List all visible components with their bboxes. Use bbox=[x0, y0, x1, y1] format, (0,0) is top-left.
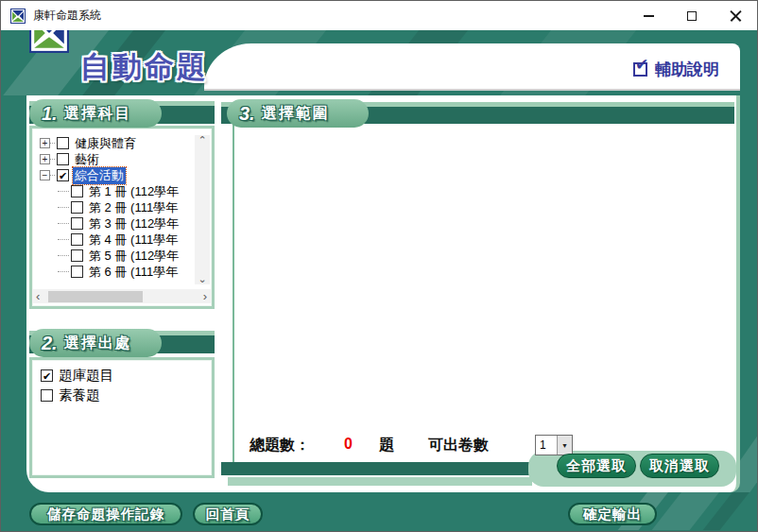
source-list: ✔ 題庫題目 素養題 bbox=[41, 366, 113, 405]
tree-guide-line bbox=[58, 191, 69, 192]
tree-checkbox[interactable] bbox=[57, 153, 69, 165]
source-item-label: 題庫題目 bbox=[59, 367, 113, 385]
tree-item-label[interactable]: 第 1 冊 (112學年 bbox=[87, 183, 181, 200]
scroll-down-icon[interactable]: ⌄ bbox=[198, 274, 206, 284]
panel2-header-tab: 2. 選擇出處 bbox=[29, 329, 162, 357]
tree-item-label[interactable]: 綜合活動 bbox=[73, 167, 126, 184]
tree-item-label[interactable]: 第 5 冊 (112學年 bbox=[87, 248, 181, 265]
header-swoosh: ✔ 輔助說明 bbox=[204, 43, 740, 91]
maximize-button[interactable] bbox=[670, 1, 714, 30]
tree-guide-line bbox=[50, 159, 55, 160]
step-number: 3. bbox=[239, 103, 255, 125]
paper-count-value: 1 bbox=[536, 436, 557, 455]
tree-row[interactable]: 第 3 冊 (112學年 bbox=[40, 215, 195, 232]
panel2-title: 選擇出處 bbox=[64, 334, 132, 353]
papers-label: 可出卷數 bbox=[428, 436, 489, 455]
total-label: 總題數： bbox=[250, 436, 310, 455]
tree-checkbox[interactable]: ✔ bbox=[57, 169, 69, 181]
tree-checkbox[interactable] bbox=[71, 217, 83, 230]
tree-item-label[interactable]: 健康與體育 bbox=[73, 135, 138, 152]
tree-checkbox[interactable] bbox=[71, 201, 83, 214]
tree-item-label[interactable]: 第 3 冊 (112學年 bbox=[87, 215, 181, 232]
save-record-button[interactable]: 儲存命題操作記錄 bbox=[29, 503, 182, 525]
panel1-header-tab: 1. 選擇科目 bbox=[29, 99, 162, 128]
expand-toggle-icon[interactable]: + bbox=[40, 138, 50, 148]
expand-toggle-icon[interactable]: − bbox=[40, 170, 50, 180]
panel3-left-border bbox=[233, 124, 234, 462]
source-row[interactable]: ✔ 題庫題目 bbox=[41, 366, 113, 386]
select-all-button[interactable]: 全部選取 bbox=[557, 454, 636, 478]
tree-guide-line bbox=[58, 207, 69, 208]
window-title: 康軒命題系統 bbox=[33, 8, 101, 24]
tree-row[interactable]: − ✔ 綜合活動 bbox=[40, 167, 195, 183]
horizontal-scrollbar-thumb[interactable] bbox=[48, 291, 143, 302]
tree-row[interactable]: 第 5 冊 (112學年 bbox=[40, 248, 195, 264]
tree-item-label[interactable]: 第 4 冊 (111學年 bbox=[87, 232, 180, 249]
tree-guide-line bbox=[58, 255, 69, 256]
minimize-button[interactable] bbox=[627, 1, 670, 30]
expand-toggle-icon[interactable]: + bbox=[40, 154, 50, 164]
close-icon bbox=[730, 9, 742, 22]
scroll-up-icon[interactable]: ⌃ bbox=[198, 135, 206, 146]
total-unit: 題 bbox=[379, 436, 394, 455]
paper-count-select[interactable]: 1 ▼ bbox=[535, 435, 573, 455]
tree-row[interactable]: 第 6 冊 (111學年 bbox=[40, 264, 195, 280]
panel3-header-tab: 3. 選擇範圍 bbox=[227, 99, 369, 128]
tree-item-label[interactable]: 第 2 冊 (111學年 bbox=[87, 199, 180, 216]
tree-guide-line bbox=[50, 175, 55, 176]
tree-guide-line bbox=[58, 223, 69, 224]
tree-guide-line bbox=[50, 143, 55, 144]
chevron-down-icon: ▼ bbox=[561, 442, 568, 449]
tree-row[interactable]: + 健康與體育 bbox=[40, 135, 195, 151]
app-logo-icon bbox=[10, 9, 26, 24]
tree-checkbox[interactable] bbox=[71, 249, 83, 262]
combo-dropdown-button[interactable]: ▼ bbox=[557, 436, 572, 455]
vertical-scrollbar[interactable]: ⌃ ⌄ bbox=[195, 135, 210, 284]
page-title: 自動命題 bbox=[80, 47, 209, 87]
tree-guide-line bbox=[58, 239, 69, 240]
help-label: 輔助說明 bbox=[655, 59, 719, 80]
confirm-output-button[interactable]: 確定輸出 bbox=[568, 503, 657, 525]
tree-item-label[interactable]: 藝術 bbox=[73, 151, 101, 168]
maximize-icon bbox=[687, 11, 697, 21]
tree-row[interactable]: 第 4 冊 (111學年 bbox=[40, 232, 195, 248]
help-checkbox-icon: ✔ bbox=[633, 62, 647, 77]
total-value: 0 bbox=[344, 436, 353, 453]
deselect-button[interactable]: 取消選取 bbox=[640, 454, 719, 478]
close-button[interactable] bbox=[714, 1, 757, 30]
scroll-right-icon[interactable]: › bbox=[203, 289, 207, 303]
source-checkbox[interactable]: ✔ bbox=[41, 369, 53, 382]
app-window: 康軒命題系統 自動命題 ✔ 輔助說明 1. 選擇科目 + bbox=[0, 0, 758, 532]
tree-checkbox[interactable] bbox=[71, 185, 83, 197]
panel3-title: 選擇範圍 bbox=[262, 104, 330, 124]
source-checkbox[interactable] bbox=[41, 389, 53, 402]
title-bar: 康軒命題系統 bbox=[1, 1, 757, 30]
tree-checkbox[interactable] bbox=[71, 233, 83, 246]
tree-checkbox[interactable] bbox=[71, 266, 83, 278]
scroll-left-icon[interactable]: ‹ bbox=[36, 289, 40, 303]
panel1-title: 選擇科目 bbox=[64, 104, 132, 124]
subject-tree: + 健康與體育 + 藝術 − ✔ 綜合活動 第 1 冊 (112學年 第 2 冊… bbox=[40, 135, 195, 284]
source-row[interactable]: 素養題 bbox=[41, 386, 113, 405]
tree-item-label[interactable]: 第 6 冊 (111學年 bbox=[87, 264, 180, 281]
step-number: 1. bbox=[42, 103, 58, 125]
tree-guide-line bbox=[58, 271, 69, 272]
tree-row[interactable]: + 藝術 bbox=[40, 151, 195, 167]
home-button[interactable]: 回首頁 bbox=[193, 503, 263, 525]
minimize-icon bbox=[644, 15, 654, 17]
tree-row[interactable]: 第 1 冊 (112學年 bbox=[40, 183, 195, 199]
source-item-label: 素養題 bbox=[59, 386, 100, 404]
tree-checkbox[interactable] bbox=[57, 137, 69, 149]
tree-row[interactable]: 第 2 冊 (111學年 bbox=[40, 199, 195, 215]
panel3-bottom-stripe bbox=[228, 477, 532, 486]
help-button[interactable]: ✔ 輔助說明 bbox=[633, 59, 719, 80]
step-number: 2. bbox=[42, 333, 58, 354]
